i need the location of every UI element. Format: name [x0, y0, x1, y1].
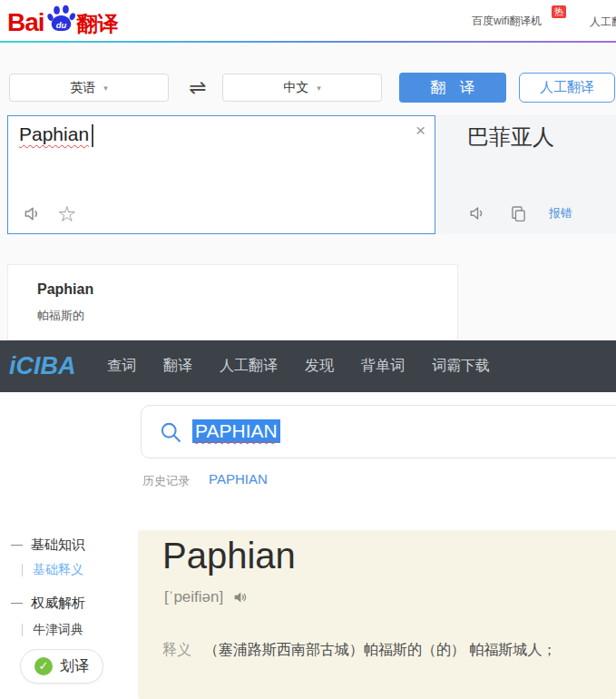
- header-link-wifi-translator[interactable]: 百度wifi翻译机: [472, 14, 542, 29]
- pronounce-speaker-icon[interactable]: [232, 589, 249, 605]
- bar-marker: [22, 624, 23, 636]
- target-language-select[interactable]: 中文 ▾: [222, 74, 382, 102]
- sidebar-section-label: 基础知识: [31, 537, 85, 554]
- definition-label: 释义: [162, 641, 191, 660]
- chevron-down-icon: ▾: [103, 84, 108, 93]
- history-label: 历史记录: [142, 473, 190, 489]
- entry-headword: Paphian: [162, 536, 296, 576]
- dash-marker: [11, 545, 23, 546]
- nav-item-memorize-words[interactable]: 背单词: [361, 357, 405, 376]
- speaker-icon[interactable]: [23, 203, 44, 224]
- word-card-meaning: 帕福斯的: [37, 308, 84, 324]
- nav-item-translate[interactable]: 翻译: [163, 357, 192, 376]
- definition-text: （塞浦路斯西南部古城）帕福斯的（的） 帕福斯城人；: [204, 641, 556, 660]
- clear-input-icon[interactable]: ×: [416, 122, 425, 140]
- source-language-select[interactable]: 英语 ▾: [9, 74, 169, 102]
- sidebar-item-basic-definition[interactable]: 基础释义: [22, 562, 83, 578]
- text-cursor: [92, 124, 93, 147]
- search-query-selected-text: PAPHIAN: [192, 419, 280, 443]
- translation-result-text: 巴菲亚人: [467, 123, 554, 152]
- sidebar-section-authoritative-analysis[interactable]: 权威解析: [11, 595, 85, 612]
- bar-marker: [22, 564, 23, 576]
- source-text-input[interactable]: Paphian × ☆: [7, 115, 435, 234]
- target-language-label: 中文: [283, 80, 308, 96]
- translation-result-panel: 巴菲亚人 报错: [435, 115, 616, 234]
- iciba-nav-items: 查词 翻译 人工翻译 发现 背单词 词霸下载: [107, 357, 490, 376]
- entry-phonetic: [ˈpeifiən]: [164, 588, 223, 606]
- source-text: Paphian: [19, 123, 89, 145]
- check-circle-icon: ✓: [34, 657, 53, 675]
- speaker-icon[interactable]: [468, 203, 488, 223]
- dictionary-entry-panel: Paphian [ˈpeifiən] 释义 （塞浦路斯西南部古城）帕福斯的（的）…: [138, 530, 616, 699]
- page: Bai du 翻译 百度wifi翻译机 热 人工翻译 英语 ▾ ⇌ 中文 ▾: [0, 0, 616, 699]
- report-error-link[interactable]: 报错: [549, 205, 572, 222]
- header-link-human-translate[interactable]: 人工翻译: [590, 15, 616, 30]
- dash-marker: [11, 603, 23, 604]
- nav-item-human-translate[interactable]: 人工翻译: [220, 357, 278, 376]
- word-card-word: Paphian: [37, 281, 93, 298]
- highlight-translate-button[interactable]: ✓ 划译: [20, 649, 103, 684]
- copy-icon[interactable]: [509, 204, 528, 223]
- chevron-down-icon: ▾: [317, 84, 321, 93]
- iciba-logo[interactable]: iCIBA: [9, 352, 102, 380]
- nav-item-lookup[interactable]: 查词: [107, 357, 136, 376]
- hot-badge: 热: [552, 5, 566, 18]
- nav-item-discover[interactable]: 发现: [305, 357, 334, 376]
- word-card[interactable]: Paphian 帕福斯的: [7, 264, 458, 340]
- baidu-header: Bai du 翻译 百度wifi翻译机 热 人工翻译: [0, 0, 616, 41]
- sidebar-item-label: 基础释义: [33, 562, 83, 578]
- baidu-logo-du-text: du: [55, 20, 66, 30]
- iciba-navbar: iCIBA 查词 翻译 人工翻译 发现 背单词 词霸下载: [0, 340, 616, 392]
- sidebar-section-basic-knowledge[interactable]: 基础知识: [11, 537, 85, 554]
- result-toolbar: 报错: [468, 203, 572, 223]
- sidebar-item-label: 牛津词典: [33, 622, 83, 638]
- sidebar-item-oxford-dictionary[interactable]: 牛津词典: [22, 622, 83, 638]
- highlight-translate-label: 划译: [60, 657, 89, 676]
- search-icon: [158, 419, 183, 448]
- history-term-link[interactable]: PAPHIAN: [209, 471, 268, 487]
- baidu-logo-text: Bai: [7, 7, 44, 38]
- baidu-translate-logo[interactable]: Bai du 翻译: [7, 5, 119, 38]
- favorite-star-icon[interactable]: ☆: [57, 204, 77, 224]
- baidu-logo-fanyi-text: 翻译: [77, 9, 119, 38]
- human-translate-button[interactable]: 人工翻译: [519, 73, 615, 103]
- baidu-paw-icon: du: [46, 5, 76, 38]
- source-language-label: 英语: [70, 80, 95, 96]
- swap-languages-icon[interactable]: ⇌: [181, 74, 214, 102]
- translate-button[interactable]: 翻译: [399, 73, 506, 103]
- entry-definition-row: 释义 （塞浦路斯西南部古城）帕福斯的（的） 帕福斯城人；: [162, 641, 556, 660]
- source-toolbar: ☆: [23, 203, 77, 224]
- nav-item-download[interactable]: 词霸下载: [432, 357, 490, 376]
- sidebar-section-label: 权威解析: [31, 595, 85, 612]
- iciba-search-input[interactable]: PAPHIAN: [141, 405, 616, 458]
- entry-phonetic-row: [ˈpeifiən]: [164, 588, 249, 606]
